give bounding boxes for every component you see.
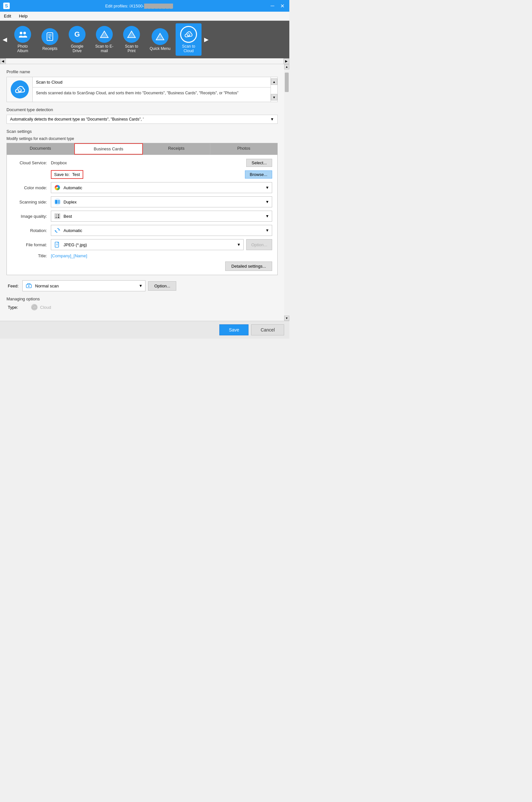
title-label: Title: [12, 253, 51, 258]
toolbar-item-receipts[interactable]: $ Receipts [37, 23, 63, 56]
detailed-settings-row: Detailed settings... [12, 262, 272, 271]
svg-point-16 [187, 34, 190, 36]
toolbar-label-quick-menu: Quick Menu [150, 46, 170, 51]
svg-point-2 [20, 32, 22, 34]
scroll-down-button[interactable]: ▼ [284, 316, 289, 321]
image-quality-dropdown[interactable]: Best ▼ [51, 211, 272, 222]
content-area: Profile name [0, 64, 289, 321]
profile-scroll-down[interactable]: ▼ [271, 94, 277, 100]
feed-option-button[interactable]: Option... [148, 281, 176, 291]
file-format-label: File format: [12, 242, 51, 247]
file-format-area: JPEG (*.jpg) ▼ Option... [51, 239, 272, 250]
svg-text:G: G [74, 30, 80, 38]
menu-edit[interactable]: Edit [3, 13, 12, 19]
tab-business-cards[interactable]: Business Cards [74, 143, 142, 155]
detection-dropdown[interactable]: Automatically detects the document type … [6, 115, 278, 124]
browse-button[interactable]: Browse... [245, 170, 272, 178]
color-mode-row: Color mode: [12, 182, 272, 193]
scroll-track[interactable] [284, 69, 289, 316]
profile-name-section: Profile name [6, 69, 278, 102]
google-drive-icon: G [69, 26, 86, 43]
save-to-box: Save to: Test [51, 170, 83, 179]
close-button[interactable]: ✕ [278, 2, 286, 10]
cancel-button[interactable]: Cancel [251, 324, 284, 336]
quick-menu-icon [152, 28, 169, 45]
rotation-row: Rotation: Aut [12, 225, 272, 236]
settings-panel: Cloud Service: Dropbox Select... Save to… [6, 155, 278, 275]
image-quality-label: Image quality: [12, 214, 51, 219]
toolbar-scroll-right[interactable]: ▶ [203, 23, 210, 56]
scroll-nav-bar: ◀ ▶ [0, 58, 289, 64]
toolbar-label-google-drive: GoogleDrive [71, 44, 83, 53]
svg-marker-11 [100, 31, 108, 38]
scanning-side-value: Duplex [63, 199, 76, 205]
app-logo-icon: S [3, 3, 10, 9]
tab-receipts[interactable]: Receipts [143, 143, 210, 155]
detection-label: Document type detection [6, 107, 278, 112]
save-button[interactable]: Save [219, 324, 248, 336]
feed-icon [25, 282, 32, 289]
detailed-settings-button[interactable]: Detailed settings... [225, 262, 272, 271]
scroll-up-button[interactable]: ▲ [284, 64, 289, 69]
type-text: Cloud [40, 305, 51, 310]
select-button[interactable]: Select... [246, 159, 272, 167]
type-value: Cloud [31, 304, 51, 310]
profile-name-input[interactable] [33, 77, 270, 88]
feed-dropdown[interactable]: Normal scan ▼ [22, 280, 146, 291]
feed-section: Feed: Normal scan ▼ Option... [6, 280, 278, 291]
title-value: [Company]_[Name] [51, 253, 87, 258]
toolbar-item-scan-to-email[interactable]: Scan to E-mail [91, 23, 117, 56]
main-content: Profile name [0, 64, 284, 321]
file-format-value: JPEG (*.jpg) [63, 242, 87, 247]
type-label: Type: [8, 305, 18, 310]
profile-icon-circle [11, 80, 29, 98]
type-cloud-icon [31, 304, 38, 310]
toolbar-item-quick-menu[interactable]: Quick Menu [146, 23, 174, 56]
profile-scroll-up[interactable]: ▲ [271, 78, 277, 85]
scroll-nav-right[interactable]: ▶ [284, 58, 289, 64]
svg-rect-22 [58, 200, 60, 204]
scroll-nav-track [6, 58, 284, 64]
scroll-nav-left[interactable]: ◀ [0, 58, 6, 64]
svg-marker-28 [58, 229, 60, 230]
title-row: Title: [Company]_[Name] [12, 253, 272, 258]
toolbar-item-photo-album[interactable]: PhotoAlbum [10, 23, 36, 56]
tab-photos[interactable]: Photos [210, 143, 277, 155]
svg-rect-24 [55, 214, 57, 216]
color-mode-arrow: ▼ [265, 185, 269, 190]
file-format-dropdown[interactable]: JPEG (*.jpg) ▼ [51, 239, 244, 250]
detection-value: Automatically detects the document type … [10, 117, 144, 121]
svg-rect-21 [55, 200, 57, 204]
toolbar-scroll-left[interactable]: ◀ [1, 23, 8, 56]
receipts-icon: $ [41, 28, 58, 45]
cloud-service-row: Cloud Service: Dropbox Select... [12, 159, 272, 167]
toolbar: ◀ PhotoAlbum $ Receipts G GoogleDrive Sc… [0, 21, 289, 58]
scanning-side-dropdown[interactable]: Duplex ▼ [51, 196, 272, 207]
svg-marker-15 [156, 33, 164, 40]
toolbar-item-google-drive[interactable]: G GoogleDrive [64, 23, 90, 56]
file-format-option-button[interactable]: Option... [246, 239, 272, 250]
rotation-arrow: ▼ [265, 228, 269, 233]
cloud-service-value: Dropbox [51, 160, 246, 165]
profile-scroll-area: ▲ ▼ [270, 77, 277, 102]
rotation-value: Automatic [63, 228, 82, 233]
scroll-thumb[interactable] [285, 73, 289, 92]
toolbar-label-scan-to-print: Scan toPrint [125, 44, 138, 53]
profile-name-label: Profile name [6, 69, 278, 74]
toolbar-item-scan-to-cloud[interactable]: Scan toCloud [176, 23, 202, 56]
scan-to-email-icon [96, 26, 113, 43]
toolbar-item-scan-to-print[interactable]: Scan toPrint [119, 23, 145, 56]
file-format-arrow: ▼ [237, 242, 241, 247]
file-format-row: File format: [12, 239, 272, 250]
menu-help[interactable]: Help [18, 13, 29, 19]
tab-documents[interactable]: Documents [7, 143, 74, 155]
scan-to-cloud-icon [180, 26, 197, 43]
save-to-label-text: Save to: [54, 172, 70, 177]
scanning-side-arrow: ▼ [265, 199, 269, 204]
bottom-bar: Save Cancel [0, 321, 289, 339]
rotation-dropdown[interactable]: Automatic ▼ [51, 225, 272, 236]
color-mode-dropdown[interactable]: A Automatic ▼ [51, 182, 272, 193]
minimize-button[interactable]: ─ [269, 2, 277, 10]
image-quality-row: Image quality: [12, 211, 272, 222]
title-bar: S Edit profiles: iX1500-████████ ─ ✕ [0, 0, 289, 12]
